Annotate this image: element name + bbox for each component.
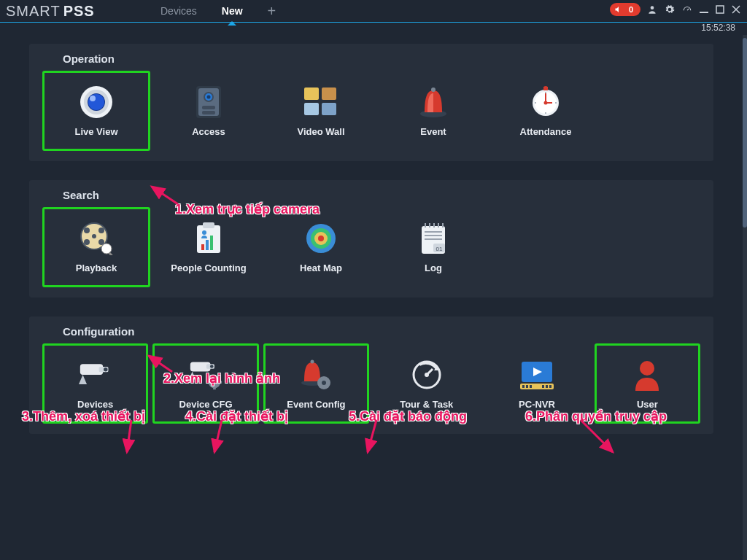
svg-rect-18 [322,103,336,115]
tile-label: Playback [76,262,117,273]
svg-rect-82 [530,385,532,388]
scrollbar[interactable] [743,35,747,560]
gear-icon[interactable] [664,4,676,15]
svg-rect-45 [210,236,213,250]
svg-point-63 [210,365,214,368]
section-search: Search Playback People Counting Heat Map [29,180,713,298]
tile-user[interactable]: User [595,343,700,424]
tile-label: Event Config [287,399,345,410]
tile-heat-map[interactable]: Heat Map [267,207,375,287]
svg-rect-2 [716,6,724,13]
section-operation: Operation Live View Access Video Wall [29,44,713,161]
section-configuration: Configuration Devices Device CFG Event C… [29,316,713,434]
svg-rect-44 [206,240,209,250]
log-icon: 01 [417,222,450,255]
tile-device-cfg[interactable]: Device CFG [152,343,258,424]
tile-attendance[interactable]: Attendance [492,71,600,151]
dashboard-icon[interactable] [681,4,693,15]
svg-rect-66 [213,375,216,378]
svg-rect-85 [549,385,551,388]
svg-point-12 [207,95,211,98]
svg-rect-69 [219,381,222,384]
event-icon [417,85,450,119]
svg-point-65 [212,380,217,384]
svg-rect-80 [522,385,525,388]
tile-log[interactable]: 01 Log [379,207,487,287]
time-display: 15:52:38 [0,22,747,35]
tile-playback[interactable]: Playback [42,207,150,287]
tile-access[interactable]: Access [155,71,263,151]
tile-label: PC-NVR [519,399,555,410]
svg-rect-26 [545,93,546,103]
attendance-icon [529,85,562,119]
title-right-controls: 0 [610,3,741,16]
svg-rect-68 [207,381,210,384]
tile-label: Access [192,126,225,137]
svg-rect-79 [520,384,554,389]
svg-point-71 [311,359,314,363]
home-panel: Operation Live View Access Video Wall [0,35,743,560]
svg-rect-83 [542,385,544,388]
alert-badge[interactable]: 0 [610,3,640,16]
svg-point-37 [84,239,90,245]
title-bar: SMART PSS Devices New + 0 [0,0,747,22]
maximize-icon[interactable] [715,4,725,15]
tile-tour-task[interactable]: Tour & Task [374,343,479,424]
tile-label: Device CFG [179,399,233,410]
svg-rect-1 [700,12,708,13]
devices-icon [79,358,112,392]
svg-rect-43 [201,244,204,250]
svg-point-0 [651,6,654,9]
tour-task-icon [410,358,444,392]
svg-rect-16 [322,88,336,100]
svg-point-34 [92,234,96,238]
app-name-b: PSS [63,3,95,20]
svg-point-73 [322,381,326,385]
close-icon[interactable] [731,4,741,15]
alert-count: 0 [629,5,633,14]
svg-point-30 [535,102,536,104]
svg-rect-13 [202,106,215,109]
tile-label: Live View [74,126,117,137]
people-counting-icon [192,222,225,255]
event-config-icon [299,358,333,392]
tile-live-view[interactable]: Live View [42,71,150,151]
tile-event-config[interactable]: Event Config [263,343,369,424]
svg-rect-81 [526,385,528,388]
tile-label: Video Wall [297,126,344,137]
tile-video-wall[interactable]: Video Wall [267,71,375,151]
tile-label: Tour & Task [400,399,453,410]
svg-point-31 [555,102,557,104]
svg-rect-52 [425,231,442,233]
access-icon [192,85,225,119]
app-name-a: SMART [6,3,61,20]
svg-rect-42 [203,222,214,228]
svg-point-86 [640,361,654,376]
section-title-search: Search [63,189,700,201]
tile-event[interactable]: Event [379,71,487,151]
tab-new[interactable]: New [222,5,243,17]
user-icon[interactable] [646,4,658,15]
pc-nvr-icon [520,358,554,392]
minimize-icon[interactable] [699,4,709,15]
tile-label: Heat Map [300,262,342,273]
tab-devices[interactable]: Devices [160,5,197,17]
device-cfg-icon [189,358,222,392]
video-wall-icon [304,85,338,119]
user-tile-icon [630,358,664,392]
svg-rect-54 [425,238,442,240]
svg-rect-53 [425,235,442,236]
svg-point-36 [98,228,104,233]
tile-label: Event [420,126,446,137]
svg-rect-15 [304,88,319,100]
tile-pc-nvr[interactable]: PC-NVR [484,343,589,424]
tile-people-counting[interactable]: People Counting [155,207,263,287]
tab-bar: Devices New + [160,0,276,22]
tile-devices[interactable]: Devices [42,343,148,424]
svg-point-35 [84,228,90,233]
svg-point-39 [101,244,112,254]
svg-text:01: 01 [436,246,443,252]
svg-point-60 [104,367,108,371]
tab-add-button[interactable]: + [268,3,276,20]
tile-label: Log [425,262,442,273]
